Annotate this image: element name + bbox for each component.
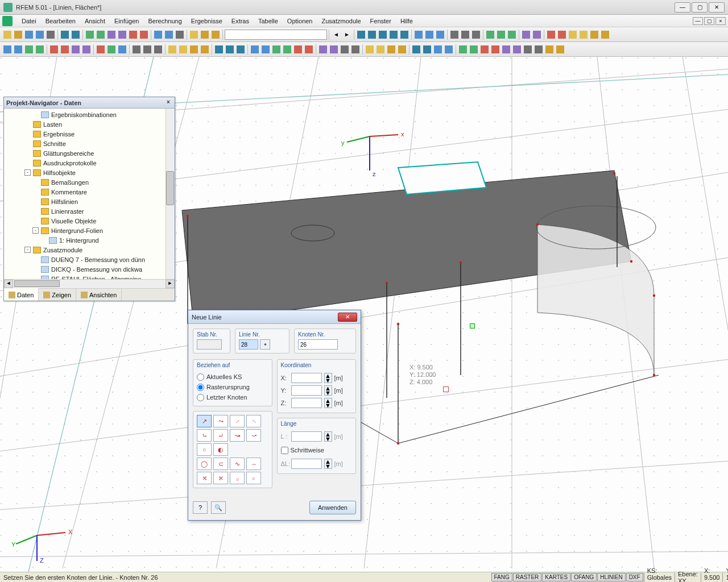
tb-v6[interactable]	[413, 30, 424, 40]
tb-print[interactable]	[46, 30, 56, 40]
tb2-v[interactable]	[282, 44, 292, 55]
tb2-f[interactable]	[60, 44, 70, 55]
mdi-minimize[interactable]: —	[693, 17, 703, 25]
navigator-tab[interactable]: Daten	[4, 288, 39, 301]
tb-v9[interactable]	[449, 30, 460, 40]
tb-prev[interactable]: ◄	[331, 30, 341, 40]
tb2-flag1[interactable]	[96, 44, 106, 55]
tb2-l[interactable]	[167, 44, 177, 55]
tb2-ao[interactable]	[501, 44, 511, 55]
tb-i[interactable]	[175, 30, 185, 40]
status-toggle[interactable]: FANG	[491, 573, 512, 581]
tb2-ap[interactable]	[512, 44, 522, 55]
tb-v20[interactable]	[578, 30, 589, 40]
line-tool-8[interactable]: ⤻	[246, 429, 261, 442]
tree-item[interactable]: -Zusatzmodule	[4, 245, 175, 255]
tb2-u[interactable]	[271, 44, 282, 55]
tb2-w[interactable]	[293, 44, 303, 55]
coord-x-spin[interactable]: ▲▼	[324, 373, 332, 383]
status-toggle[interactable]: OFANG	[571, 573, 597, 581]
tb-v16[interactable]	[532, 30, 542, 40]
navigator-tree[interactable]: ErgebniskombinationenLastenErgebnisseSch…	[4, 109, 175, 279]
coord-z-input[interactable]	[291, 398, 322, 408]
tb2-e[interactable]	[49, 44, 59, 55]
tb-g[interactable]	[153, 30, 163, 40]
tb2-h[interactable]	[81, 44, 92, 55]
tb2-j[interactable]	[142, 44, 152, 55]
tb-new[interactable]	[2, 30, 13, 40]
tree-item[interactable]: Ergebnisse	[4, 129, 175, 139]
tree-item[interactable]: DUENQ 7 - Bemessung von dünn	[4, 255, 175, 264]
line-tool-4[interactable]: ⟍	[246, 415, 261, 427]
line-tool-5[interactable]: ⤿	[197, 429, 212, 442]
schrittweise-checkbox[interactable]: Schrittweise	[281, 445, 353, 455]
menu-ansicht[interactable]: Ansicht	[80, 16, 110, 26]
tb2-t[interactable]	[260, 44, 271, 55]
tree-item[interactable]: RF-STAHL Flächen - Allgemeine	[4, 274, 175, 279]
app-menu-icon[interactable]	[2, 16, 13, 26]
tb-v3[interactable]	[378, 30, 388, 40]
status-toggle[interactable]: HLINIEN	[597, 573, 625, 581]
tb2-y[interactable]	[318, 44, 328, 55]
coord-y-spin[interactable]: ▲▼	[324, 385, 332, 396]
help-button[interactable]: ?	[193, 501, 208, 514]
status-toggle[interactable]: RASTER	[513, 573, 542, 581]
zoom-pick-button[interactable]: 🔍	[211, 501, 226, 514]
line-tool-17[interactable]: ⟓	[230, 472, 245, 484]
tree-item[interactable]: Glättungsbereiche	[4, 148, 175, 158]
tb-next[interactable]: ►	[342, 30, 352, 40]
tb-v2[interactable]	[367, 30, 377, 40]
line-tool-12[interactable]: ⊂	[213, 458, 228, 470]
tb-undo[interactable]	[60, 30, 70, 40]
tb2-g[interactable]	[71, 44, 81, 55]
tb2-an[interactable]	[490, 44, 500, 55]
tb2-p[interactable]	[214, 44, 224, 55]
tb2-flag2[interactable]	[106, 44, 117, 55]
tb2-al[interactable]	[469, 44, 479, 55]
tb2-at[interactable]	[555, 44, 565, 55]
tb2-n[interactable]	[189, 44, 199, 55]
tb-v14[interactable]	[507, 30, 517, 40]
close-button[interactable]: ✕	[709, 2, 725, 13]
menu-einfuegen[interactable]: Einfügen	[110, 16, 143, 26]
tb2-m[interactable]	[178, 44, 188, 55]
line-tool-6[interactable]: ⤾	[213, 429, 228, 442]
menu-optionen[interactable]: Optionen	[283, 16, 317, 26]
tb2-ak[interactable]	[458, 44, 468, 55]
tb2-i[interactable]	[131, 44, 142, 55]
tb2-q[interactable]	[225, 44, 235, 55]
tb-v7[interactable]	[424, 30, 435, 40]
linie-nr-input[interactable]	[239, 339, 258, 350]
line-tool-14[interactable]: ⌢	[246, 458, 261, 470]
line-tool-7[interactable]: ↝	[230, 429, 245, 442]
tree-item[interactable]: 1: Hintergrund	[4, 235, 175, 245]
menu-extras[interactable]: Extras	[227, 16, 254, 26]
tb-combo-loadcase[interactable]	[225, 30, 327, 40]
tb2-b[interactable]	[13, 44, 23, 55]
tb2-k[interactable]	[153, 44, 163, 55]
tb2-z[interactable]	[329, 44, 339, 55]
tb-v19[interactable]	[568, 30, 578, 40]
line-tool-9[interactable]: ○	[197, 443, 212, 456]
tb-v8[interactable]	[435, 30, 445, 40]
tb2-as[interactable]	[544, 44, 555, 55]
tree-item[interactable]: Kommentare	[4, 187, 175, 197]
tree-item[interactable]: Lasten	[4, 119, 175, 129]
tb-v12[interactable]	[485, 30, 495, 40]
status-toggle[interactable]: DXF	[626, 573, 643, 581]
radio-rasterursprung[interactable]: Rasterursprung	[197, 382, 268, 392]
tb-d[interactable]	[117, 30, 127, 40]
tb-save[interactable]	[24, 30, 34, 40]
tb2-aj[interactable]	[444, 44, 454, 55]
menu-ergebnisse[interactable]: Ergebnisse	[187, 16, 227, 26]
tb-v17[interactable]	[546, 30, 556, 40]
menu-tabelle[interactable]: Tabelle	[254, 16, 283, 26]
tb-v13[interactable]	[496, 30, 506, 40]
tb2-ai[interactable]	[433, 44, 443, 55]
menu-fenster[interactable]: Fenster	[366, 16, 396, 26]
tree-item[interactable]: Schnitte	[4, 139, 175, 148]
menu-zusatzmodule[interactable]: Zusatzmodule	[317, 16, 366, 26]
tb2-s[interactable]	[250, 44, 260, 55]
tb-v11[interactable]	[471, 30, 481, 40]
coord-z-spin[interactable]: ▲▼	[324, 398, 332, 408]
